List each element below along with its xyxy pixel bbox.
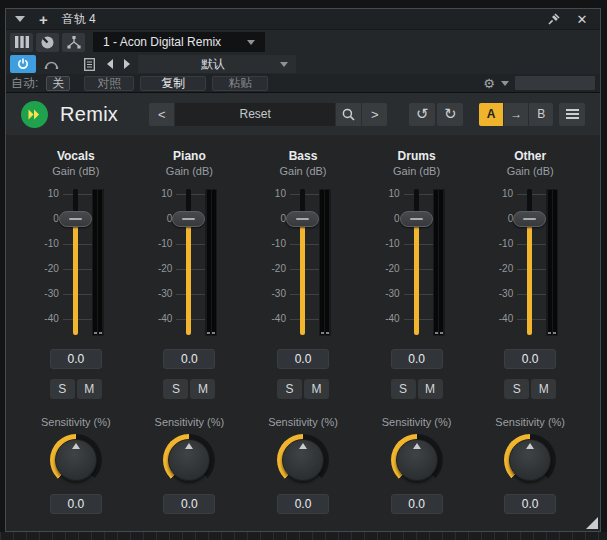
gain-value-box[interactable]: 0.0 — [391, 349, 443, 369]
gain-slider-handle[interactable] — [59, 211, 92, 227]
channel-name: Other — [514, 149, 546, 163]
gain-label: Gain (dB) — [166, 165, 213, 177]
gain-value-box[interactable]: 0.0 — [504, 349, 556, 369]
add-insert-button[interactable]: + — [39, 12, 48, 27]
channel-name: Vocals — [57, 149, 95, 163]
sensitivity-value-box[interactable]: 0.0 — [504, 494, 556, 514]
automation-curve-icon[interactable] — [38, 55, 64, 73]
ab-b-button[interactable]: B — [529, 103, 553, 126]
gain-value-box[interactable]: 0.0 — [50, 349, 102, 369]
gain-value-box[interactable]: 0.0 — [277, 349, 329, 369]
preset-selector[interactable]: 默认 — [138, 55, 296, 73]
sensitivity-knob[interactable] — [277, 434, 329, 486]
chevron-down-icon[interactable] — [501, 81, 509, 86]
tick-label: -30 — [489, 288, 513, 300]
gear-icon[interactable]: ⚙ — [483, 77, 495, 90]
sensitivity-value-box[interactable]: 0.0 — [50, 494, 102, 514]
solo-mute-row: S M — [504, 379, 556, 399]
sensitivity-knob[interactable] — [50, 434, 102, 486]
sensitivity-knob[interactable] — [504, 434, 556, 486]
redo-icon[interactable]: ↻ — [437, 103, 463, 126]
gain-value-box[interactable]: 0.0 — [163, 349, 215, 369]
instrument-selector[interactable]: 1 - Acon Digital Remix — [93, 32, 265, 52]
meter-bar-left — [207, 190, 211, 335]
solo-button[interactable]: S — [163, 379, 188, 399]
mute-button[interactable]: M — [531, 379, 556, 399]
gain-slider-assembly: 10 0 -10 -20 -30 -40 — [376, 187, 458, 337]
track-name-label: 音轨 4 — [62, 11, 96, 28]
meter-peak-left — [321, 332, 324, 334]
tick-label: -20 — [148, 263, 172, 275]
undo-icon[interactable]: ↺ — [409, 103, 435, 126]
automation-mode-button[interactable]: 关 — [46, 76, 70, 91]
window-collapse-icon[interactable] — [15, 16, 25, 22]
mute-button[interactable]: M — [304, 379, 329, 399]
channel-strip: Piano Gain (dB) 10 0 -10 -20 -30 -40 0.0… — [133, 135, 247, 531]
mute-button[interactable]: M — [77, 379, 102, 399]
ab-copy-arrow-button[interactable]: → — [504, 103, 528, 126]
hamburger-menu-icon[interactable] — [559, 103, 585, 126]
sensitivity-knob[interactable] — [163, 434, 215, 486]
gain-slider-handle[interactable] — [286, 211, 319, 227]
meter-peak-right — [440, 332, 443, 334]
preset-search-button[interactable] — [336, 103, 361, 126]
meter-peak-right — [553, 332, 556, 334]
compare-button[interactable]: 对照 — [84, 76, 134, 91]
routing-icon[interactable] — [62, 33, 85, 52]
close-icon[interactable]: ✕ — [573, 11, 591, 27]
tick-label: 0 — [262, 213, 286, 225]
channel-strip: Drums Gain (dB) 10 0 -10 -20 -30 -40 0.0… — [360, 135, 474, 531]
plugin-preset-field[interactable]: Reset — [175, 103, 335, 126]
tick-label: -10 — [148, 238, 172, 250]
gain-slider-fill — [527, 219, 532, 335]
remote-field[interactable] — [515, 76, 595, 90]
bypass-power-button[interactable] — [10, 55, 36, 73]
preset-list-icon[interactable] — [78, 55, 100, 73]
mute-button[interactable]: M — [418, 379, 443, 399]
sensitivity-knob[interactable] — [391, 434, 443, 486]
action-row: 自动: 关 对照 复制 粘贴 ⚙ — [6, 74, 600, 93]
solo-button[interactable]: S — [391, 379, 416, 399]
knob-view-icon[interactable] — [36, 33, 59, 52]
copy-button[interactable]: 复制 — [140, 76, 206, 91]
solo-button[interactable]: S — [277, 379, 302, 399]
sensitivity-label: Sensitivity (%) — [155, 416, 225, 428]
solo-mute-row: S M — [50, 379, 102, 399]
meter-bar-left — [548, 190, 552, 335]
solo-button[interactable]: S — [50, 379, 75, 399]
gain-slider-handle[interactable] — [172, 211, 205, 227]
preset-next-button[interactable]: > — [362, 103, 387, 126]
meter-peak-right — [212, 332, 215, 334]
meter-bar-right — [325, 190, 329, 335]
background-ruler — [0, 532, 607, 540]
mute-button[interactable]: M — [190, 379, 215, 399]
sensitivity-value-box[interactable]: 0.0 — [163, 494, 215, 514]
ab-a-button[interactable]: A — [479, 103, 503, 126]
gain-slider-fill — [414, 219, 419, 335]
gain-slider-handle[interactable] — [513, 211, 546, 227]
gain-slider-assembly: 10 0 -10 -20 -30 -40 — [35, 187, 117, 337]
preset-prev-button[interactable]: < — [149, 103, 174, 126]
tick-label: 10 — [262, 188, 286, 200]
gain-slider-handle[interactable] — [400, 211, 433, 227]
resize-grip[interactable] — [586, 517, 598, 529]
sensitivity-value-box[interactable]: 0.0 — [391, 494, 443, 514]
editor-panels-icon[interactable] — [10, 33, 33, 52]
tick-label: -40 — [262, 313, 286, 325]
sensitivity-value-box[interactable]: 0.0 — [277, 494, 329, 514]
paste-button[interactable]: 粘贴 — [212, 76, 268, 91]
solo-button[interactable]: S — [504, 379, 529, 399]
tick-label: -30 — [376, 288, 400, 300]
prev-preset-icon[interactable] — [102, 55, 117, 73]
channel-strip: Other Gain (dB) 10 0 -10 -20 -30 -40 0.0… — [473, 135, 587, 531]
meter-bar-right — [439, 190, 443, 335]
chevron-down-icon — [280, 62, 288, 67]
meter-bar-right — [553, 190, 557, 335]
next-preset-icon[interactable] — [119, 55, 134, 73]
pin-icon[interactable] — [545, 11, 563, 27]
tick-label: -40 — [376, 313, 400, 325]
preset-row: 默认 — [6, 54, 600, 74]
tick-label: -30 — [262, 288, 286, 300]
tick-label: 10 — [148, 188, 172, 200]
undo-redo-group: ↺ ↻ — [409, 103, 463, 126]
